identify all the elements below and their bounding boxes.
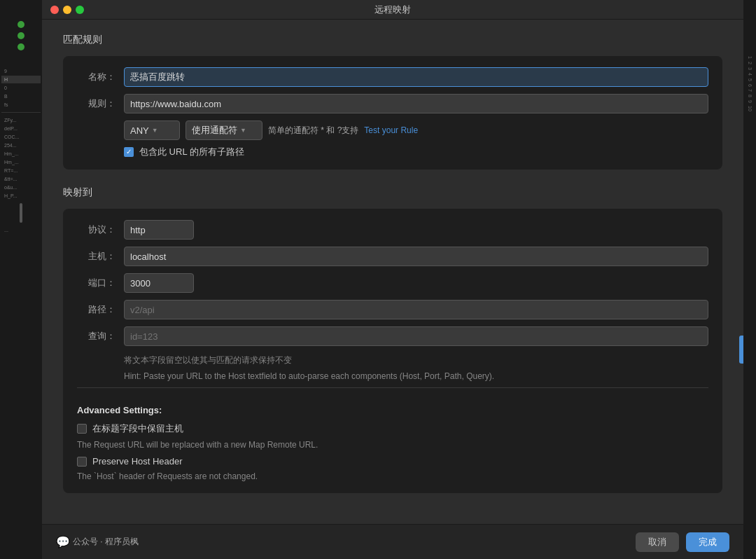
sidebar-item[interactable]: RT=...	[1, 167, 41, 174]
name-input[interactable]	[124, 67, 708, 87]
path-input[interactable]	[124, 300, 708, 319]
dropdown-row: ANY ▼ 使用通配符 ▼ 简单的通配符 * 和 ?支持 Test your R…	[124, 120, 708, 140]
minimize-button[interactable]	[63, 6, 71, 14]
include-subpath-label: 包含此 URL 的所有子路径	[139, 146, 244, 158]
sidebar-item[interactable]: B	[1, 92, 41, 100]
line-marker: 8	[748, 95, 752, 97]
bottom-bar: 💬 公众号 · 程序员枫 取消 完成	[42, 524, 743, 559]
match-hint: 简单的通配符 * 和 ?支持	[268, 125, 358, 137]
window-controls	[50, 6, 84, 14]
preserve-host-in-title-label: 在标题字段中保留主机	[92, 422, 183, 435]
wechat-badge: 💬 公众号 · 程序员枫	[56, 535, 139, 548]
sidebar-item[interactable]: delP...	[1, 125, 41, 132]
any-dropdown[interactable]: ANY ▼	[124, 120, 180, 140]
name-label: 名称：	[77, 71, 115, 83]
keep-unchanged-hint: 将文本字段留空以使其与匹配的请求保持不变	[124, 355, 292, 365]
line-marker: 2	[748, 62, 752, 64]
confirm-button[interactable]: 完成	[686, 532, 729, 552]
map-to-title: 映射到	[63, 186, 722, 199]
sidebar-item[interactable]: Hm_...	[1, 150, 41, 158]
sidebar-item[interactable]: H	[1, 76, 41, 83]
right-sidebar: 1 2 3 4 5 6 7 8 9 10	[743, 0, 756, 559]
host-input[interactable]	[124, 247, 708, 266]
sidebar-item[interactable]: ZFy...	[1, 116, 41, 124]
line-marker: 7	[748, 89, 752, 92]
host-row: 主机：	[77, 247, 708, 266]
any-dropdown-chevron: ▼	[152, 127, 158, 134]
path-row: 路径：	[77, 300, 708, 319]
path-label: 路径：	[77, 303, 115, 316]
sidebar-item[interactable]: fs	[1, 101, 41, 109]
advanced-settings: Advanced Settings: 在标题字段中保留主机 The Reques…	[77, 399, 708, 482]
match-rule-section: 匹配规则 名称： 规则： ANY ▼	[63, 34, 722, 170]
paste-hint: Hint: Paste your URL to the Host textfie…	[124, 371, 494, 381]
sidebar-indicator	[18, 21, 24, 28]
match-rule-title: 匹配规则	[63, 34, 722, 46]
maximize-button[interactable]	[76, 6, 84, 14]
dialog-content: 匹配规则 名称： 规则： ANY ▼	[42, 20, 743, 524]
map-to-section: 映射到 协议： 主机： 端口： 路径：	[63, 186, 722, 493]
preserve-host-header-checkbox[interactable]	[77, 457, 87, 467]
match-dropdown-value: 使用通配符	[192, 124, 237, 137]
query-row: 查询：	[77, 326, 708, 346]
line-marker: 9	[748, 100, 752, 103]
sidebar-item[interactable]: COC...	[1, 133, 41, 141]
preserve-host-header-label: Preserve Host Header	[92, 456, 183, 467]
window-title: 远程映射	[374, 4, 411, 16]
line-marker: 6	[748, 84, 752, 87]
wechat-icon: 💬	[56, 535, 70, 548]
scroll-indicator[interactable]	[739, 336, 743, 364]
sidebar-indicator-3	[18, 43, 24, 50]
any-dropdown-value: ANY	[130, 125, 149, 136]
line-marker: 5	[748, 78, 752, 81]
test-rule-link[interactable]: Test your Rule	[364, 125, 418, 135]
line-marker: 4	[748, 73, 752, 76]
sidebar-item[interactable]: H_P...	[1, 192, 41, 200]
left-sidebar: 9 H 0 B fs ZFy... delP... COC... 254... …	[0, 0, 42, 559]
sidebar-item[interactable]: o&u...	[1, 184, 41, 191]
rule-input[interactable]	[124, 94, 708, 113]
query-input[interactable]	[124, 326, 708, 346]
rule-row: 规则：	[77, 94, 708, 113]
query-label: 查询：	[77, 330, 115, 343]
main-window: 远程映射 匹配规则 名称： 规则： ANY	[42, 0, 743, 559]
sidebar-item[interactable]: 254...	[1, 142, 41, 149]
match-dropdown-chevron: ▼	[240, 127, 246, 134]
close-button[interactable]	[50, 6, 59, 14]
preserve-host-in-title-checkbox[interactable]	[77, 424, 87, 434]
sidebar-item[interactable]: ...	[1, 226, 41, 234]
host-label: 主机：	[77, 250, 115, 263]
sidebar-item[interactable]: 9	[1, 67, 41, 75]
include-subpath-checkbox[interactable]: ✓	[124, 147, 134, 157]
sidebar-indicator-2	[18, 32, 24, 39]
map-to-box: 协议： 主机： 端口： 路径：	[63, 209, 722, 493]
advanced-title: Advanced Settings:	[77, 405, 708, 415]
rule-label: 规则：	[77, 97, 115, 110]
titlebar: 远程映射	[42, 0, 743, 20]
line-marker: 1	[748, 56, 752, 59]
port-label: 端口：	[77, 277, 115, 289]
sidebar-item[interactable]: Hm_...	[1, 158, 41, 166]
line-marker: 3	[748, 67, 752, 70]
match-rule-box: 名称： 规则： ANY ▼ 使用通配符 ▼	[63, 56, 722, 170]
protocol-label: 协议：	[77, 223, 115, 236]
port-input[interactable]	[124, 273, 194, 293]
sidebar-list: 9 H 0 B fs ZFy... delP... COC... 254... …	[0, 64, 42, 237]
protocol-row: 协议：	[77, 220, 708, 240]
bottom-buttons: 取消 完成	[636, 532, 729, 552]
replace-url-hint: The Request URL will be replaced with a …	[77, 440, 318, 450]
cancel-button[interactable]: 取消	[636, 532, 679, 552]
protocol-input[interactable]	[124, 220, 194, 240]
include-subpath-row: ✓ 包含此 URL 的所有子路径	[124, 146, 708, 158]
host-header-hint: The `Host` header of Requests are not ch…	[77, 471, 258, 481]
name-row: 名称：	[77, 67, 708, 87]
checkmark-icon: ✓	[126, 149, 132, 156]
sidebar-item[interactable]: &tt=...	[1, 175, 41, 183]
preserve-host-row: 在标题字段中保留主机	[77, 422, 708, 435]
match-dropdown[interactable]: 使用通配符 ▼	[186, 120, 262, 140]
line-marker: 10	[748, 106, 752, 111]
port-row: 端口：	[77, 273, 708, 293]
preserve-host-header-row: Preserve Host Header	[77, 456, 708, 467]
wechat-text: 公众号 · 程序员枫	[73, 536, 139, 548]
sidebar-item[interactable]: 0	[1, 84, 41, 92]
